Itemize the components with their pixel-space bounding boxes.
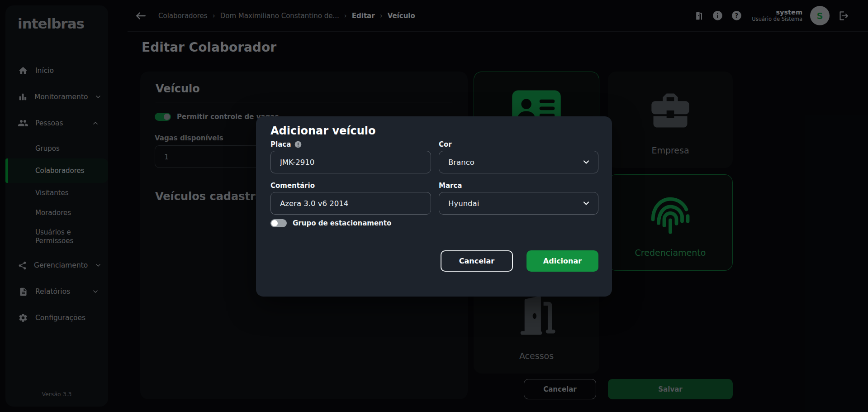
add-vehicle-modal: Adicionar veículo Placa Cor Branco Comen… (256, 116, 612, 297)
cor-select[interactable]: Branco (439, 151, 598, 173)
comentario-label: Comentário (270, 182, 315, 190)
placa-input[interactable] (270, 151, 431, 173)
chevron-down-icon (582, 199, 591, 208)
modal-cancel-button[interactable]: Cancelar (441, 250, 513, 272)
parking-group-toggle-label: Grupo de estacionamento (293, 219, 391, 227)
marca-selected-value: Hyundai (448, 199, 479, 208)
chevron-down-icon (582, 158, 591, 167)
info-icon[interactable] (294, 141, 302, 148)
parking-group-toggle[interactable] (270, 219, 287, 227)
comentario-input[interactable] (270, 192, 431, 215)
modal-title: Adicionar veículo (270, 125, 376, 137)
cor-label: Cor (439, 140, 452, 149)
app-root: intelbras Início Monitoramento (0, 0, 868, 412)
modal-add-button[interactable]: Adicionar (526, 250, 598, 272)
marca-label: Marca (439, 182, 462, 190)
parking-group-toggle-row: Grupo de estacionamento (270, 219, 391, 227)
placa-label: Placa (270, 140, 291, 149)
marca-select[interactable]: Hyundai (439, 192, 598, 215)
placa-label-row: Placa (270, 140, 302, 149)
toggle-knob (271, 220, 278, 226)
cor-selected-value: Branco (448, 158, 474, 167)
